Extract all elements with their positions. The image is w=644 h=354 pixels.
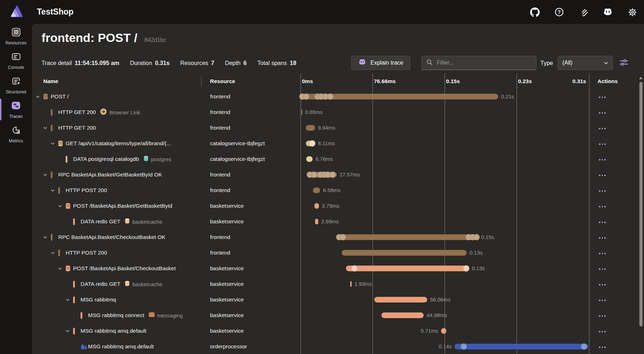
span-duration-bar[interactable] (455, 344, 588, 349)
more-actions-button[interactable] (598, 344, 606, 350)
table-row[interactable]: GET /api/v1/catalog/items/type/all/brand… (32, 136, 644, 151)
table-row[interactable]: MSG rabbitmq amq.defaultbasketservice5.7… (32, 323, 644, 339)
timeline-settings-button[interactable] (618, 57, 629, 69)
more-actions-button[interactable] (598, 141, 606, 147)
chevron-down-icon[interactable] (43, 235, 51, 240)
span-waterfall: 0.65ms (301, 104, 589, 120)
span-duration-bar[interactable] (374, 297, 427, 303)
meta-value: 7 (211, 60, 214, 66)
scroll-up-arrow[interactable] (639, 75, 643, 79)
console-icon (11, 51, 21, 63)
trace-detail-panel: frontend: POST / 842d1bc Trace detail11:… (32, 24, 644, 354)
span-name-cell: RPC BasketApi.Basket/CheckoutBasket OK (32, 234, 201, 241)
span-resource: basketservice (201, 281, 301, 287)
actions-column-header: Actions (598, 73, 618, 89)
explain-trace-button[interactable]: Explain trace (351, 56, 410, 70)
more-actions-button[interactable] (598, 235, 606, 241)
more-actions-button[interactable] (598, 266, 606, 272)
chevron-down-icon[interactable] (50, 141, 58, 146)
table-row[interactable]: HTTP GET 200frontend9.94ms (32, 120, 644, 136)
sidebar-item-label: Structured (6, 89, 26, 94)
span-duration-bar[interactable] (381, 312, 424, 318)
span-duration-bar[interactable] (301, 109, 302, 115)
more-actions-button[interactable] (598, 157, 606, 163)
table-row[interactable]: RPC BasketApi.Basket/CheckoutBasket OKfr… (32, 229, 644, 245)
filter-input[interactable] (436, 59, 532, 66)
more-actions-button[interactable] (598, 329, 606, 334)
span-waterfall: 56.06ms (301, 292, 589, 307)
span-actions-cell (589, 327, 644, 334)
more-actions-button[interactable] (598, 126, 606, 131)
table-row[interactable]: POST /BasketApi.Basket/CheckoutBasketbas… (32, 261, 644, 276)
type-select[interactable]: (All) (558, 56, 613, 70)
span-duration-bar[interactable] (441, 328, 446, 334)
github-icon[interactable] (529, 7, 540, 17)
sidebar-item-structured[interactable]: Structured (0, 73, 32, 97)
span-duration-bar[interactable] (306, 125, 315, 131)
more-actions-button[interactable] (598, 298, 606, 303)
table-row[interactable]: DATA redis GETbasketcachebasketservice2.… (32, 214, 644, 229)
span-duration-bar[interactable] (306, 156, 313, 162)
span-resource: basketservice (201, 328, 301, 334)
span-name-cell: MSG rabbitmq amq.default (32, 328, 201, 334)
sidebar-item-traces[interactable]: Traces (0, 97, 32, 122)
sidebar-item-metrics[interactable]: Metrics (0, 122, 32, 146)
span-waterfall: 8.11ms (301, 136, 589, 151)
vertical-scrollbar[interactable] (638, 74, 643, 354)
chevron-down-icon[interactable] (50, 188, 58, 193)
table-row[interactable]: MSG rabbitmqbasketservice56.06ms (32, 292, 644, 307)
table-row[interactable]: POST /BasketApi.Basket/GetBasketByIdbask… (32, 198, 644, 214)
more-actions-button[interactable] (598, 219, 606, 225)
span-duration-bar[interactable] (314, 203, 319, 209)
filter-box[interactable] (422, 56, 536, 70)
span-duration-bar[interactable] (342, 250, 467, 256)
more-actions-button[interactable] (598, 204, 606, 209)
chevron-down-icon[interactable] (58, 204, 66, 208)
sidebar-item-resources[interactable]: Resources (0, 24, 32, 48)
meta-label: Depth (225, 60, 241, 66)
sidebar-item-console[interactable]: Console (0, 48, 32, 73)
span-name-cell: HTTP GET 200Browser Link (32, 108, 201, 116)
more-actions-button[interactable] (598, 110, 606, 116)
trace-table-header: Name Resource 0ms 76.66ms 0.15s 0.23s 0.… (32, 73, 644, 89)
table-row[interactable]: MSG rabbitmq amq.defaultorderprocessor0.… (32, 339, 644, 354)
table-row[interactable]: POST /frontend0.21s (32, 89, 644, 104)
more-actions-button[interactable] (598, 313, 606, 319)
scrollbar-thumb[interactable] (639, 82, 643, 326)
more-actions-button[interactable] (598, 251, 606, 256)
doc-span-icon (66, 265, 73, 272)
pen-icon[interactable] (579, 7, 590, 17)
table-row[interactable]: DATA redis GETbasketcachebasketservice1.… (32, 276, 644, 292)
more-actions-button[interactable] (598, 282, 606, 288)
more-actions-button[interactable] (598, 173, 606, 178)
app-logo-icon[interactable] (9, 5, 23, 19)
chevron-down-icon[interactable] (50, 251, 58, 255)
span-duration-bar[interactable] (313, 187, 320, 193)
span-duration-bar[interactable] (350, 281, 352, 287)
span-duration-bar[interactable] (315, 219, 318, 224)
span-duration-label: 0.13s (469, 245, 483, 261)
span-duration-label: 0.21s (501, 89, 514, 104)
span-actions-cell (589, 249, 644, 256)
span-name-cell: MSG rabbitmq connectmessaging (32, 312, 201, 319)
table-row[interactable]: MSG rabbitmq connectmessagingbasketservi… (32, 307, 644, 323)
settings-gear-icon[interactable] (627, 7, 638, 17)
table-row[interactable]: RPC BasketApi.Basket/GetBasketById OKfro… (32, 167, 644, 183)
table-row[interactable]: HTTP POST 200frontend0.13s (32, 245, 644, 261)
span-duration-bar[interactable] (346, 266, 469, 271)
chevron-down-icon[interactable] (58, 266, 66, 271)
chevron-down-icon[interactable] (65, 298, 73, 302)
chevron-down-icon[interactable] (35, 94, 43, 99)
chevron-down-icon[interactable] (43, 173, 51, 177)
chevron-down-icon[interactable] (65, 329, 73, 333)
table-row[interactable]: DATA postgresql catalogdbpostgrescatalog… (32, 151, 644, 167)
span-duration-bar[interactable] (337, 234, 478, 240)
span-badge: basketcache (125, 281, 162, 288)
more-actions-button[interactable] (598, 188, 606, 194)
table-row[interactable]: HTTP GET 200Browser Linkfrontend0.65ms (32, 104, 644, 120)
table-row[interactable]: HTTP POST 200frontend6.58ms (32, 183, 644, 198)
chevron-down-icon[interactable] (43, 126, 51, 130)
more-actions-button[interactable] (598, 94, 606, 100)
help-icon[interactable]: ? (554, 7, 565, 17)
copilot-icon[interactable] (602, 7, 613, 17)
